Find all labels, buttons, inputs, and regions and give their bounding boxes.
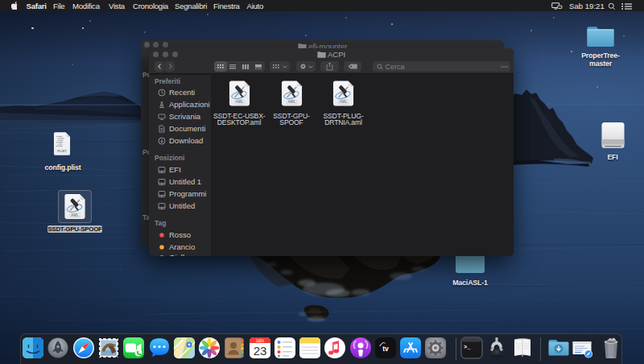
svg-text:>_: >_ bbox=[464, 344, 471, 350]
svg-text:GEN: GEN bbox=[256, 339, 264, 343]
svg-text:tv: tv bbox=[382, 345, 389, 353]
svg-text:23: 23 bbox=[253, 344, 266, 358]
